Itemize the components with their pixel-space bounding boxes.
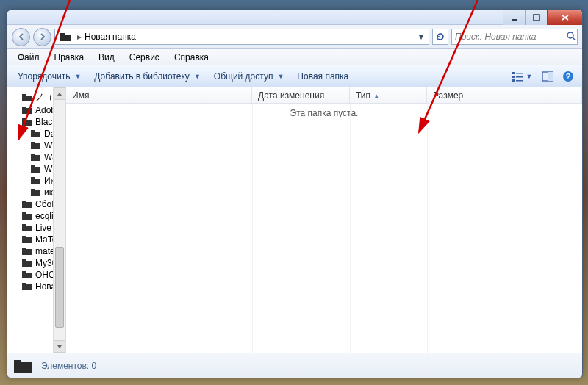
svg-rect-24 bbox=[31, 143, 40, 149]
svg-rect-27 bbox=[31, 154, 35, 156]
titlebar bbox=[7, 10, 582, 25]
svg-rect-47 bbox=[22, 271, 26, 273]
maximize-button[interactable] bbox=[525, 10, 547, 25]
chevron-down-icon: ▼ bbox=[526, 73, 533, 80]
chevron-down-icon: ▼ bbox=[74, 73, 81, 80]
list-pane: Имя Дата изменения Тип▴ Размер Эта папка… bbox=[66, 87, 582, 353]
svg-rect-0 bbox=[512, 19, 517, 21]
menu-edit[interactable]: Правка bbox=[49, 51, 90, 64]
svg-rect-48 bbox=[22, 284, 32, 290]
col-type[interactable]: Тип▴ bbox=[350, 87, 427, 103]
svg-rect-39 bbox=[22, 224, 26, 226]
breadcrumb-current[interactable]: Новая папка bbox=[85, 32, 415, 42]
folder-icon bbox=[22, 270, 32, 279]
help-button[interactable]: ? bbox=[559, 68, 578, 84]
view-mode-button[interactable]: ▼ bbox=[507, 68, 537, 84]
nav-back-button[interactable] bbox=[12, 28, 30, 46]
scroll-down-button[interactable] bbox=[54, 340, 65, 353]
scroll-track[interactable] bbox=[54, 100, 65, 340]
share-button[interactable]: Общий доступ▼ bbox=[208, 69, 290, 84]
col-name[interactable]: Имя bbox=[66, 87, 252, 103]
menu-bar: Файл Правка Вид Сервис Справка bbox=[7, 49, 582, 65]
minimize-button[interactable] bbox=[503, 10, 525, 25]
folder-icon bbox=[31, 176, 41, 185]
svg-rect-34 bbox=[22, 202, 32, 208]
folder-icon bbox=[22, 106, 32, 115]
add-library-button[interactable]: Добавить в библиотеку▼ bbox=[88, 69, 206, 84]
search-box[interactable] bbox=[451, 29, 578, 45]
breadcrumb-separator-icon: ▸ bbox=[77, 32, 82, 42]
svg-rect-17 bbox=[22, 94, 26, 96]
organize-button[interactable]: Упорядочить▼ bbox=[12, 69, 87, 84]
nav-forward-button[interactable] bbox=[33, 28, 51, 46]
scroll-thumb[interactable] bbox=[55, 247, 64, 328]
folder-icon bbox=[60, 32, 71, 42]
status-bar: Элементов: 0 bbox=[7, 353, 582, 378]
menu-file[interactable]: Файл bbox=[12, 51, 46, 64]
col-size-label: Размер bbox=[433, 90, 463, 101]
svg-rect-40 bbox=[22, 237, 32, 243]
svg-rect-45 bbox=[22, 259, 26, 262]
svg-point-4 bbox=[567, 32, 573, 38]
svg-rect-1 bbox=[534, 15, 539, 21]
svg-rect-30 bbox=[31, 179, 40, 184]
organize-label: Упорядочить bbox=[18, 71, 70, 82]
explorer-window: ▸ Новая папка ▾ Файл Правка Вид Сервис С… bbox=[7, 10, 583, 378]
svg-rect-18 bbox=[22, 108, 32, 114]
sidebar-scrollbar[interactable] bbox=[53, 87, 65, 353]
svg-rect-22 bbox=[31, 132, 40, 137]
col-type-label: Тип bbox=[356, 90, 370, 101]
folder-icon bbox=[31, 165, 41, 173]
menu-view[interactable]: Вид bbox=[93, 51, 121, 64]
folder-icon bbox=[22, 235, 32, 244]
svg-rect-21 bbox=[22, 118, 26, 120]
new-folder-label: Новая папка bbox=[297, 71, 348, 82]
refresh-button[interactable] bbox=[432, 29, 448, 45]
preview-pane-button[interactable] bbox=[538, 68, 557, 84]
close-icon bbox=[560, 13, 570, 22]
svg-rect-29 bbox=[31, 165, 35, 168]
scroll-up-button[interactable] bbox=[54, 87, 65, 100]
svg-rect-7 bbox=[516, 73, 523, 74]
chevron-down-icon: ▼ bbox=[277, 73, 284, 80]
folder-icon bbox=[22, 247, 32, 256]
folder-icon bbox=[22, 118, 32, 126]
address-dropdown-button[interactable]: ▾ bbox=[415, 32, 427, 42]
arrow-left-icon bbox=[16, 32, 26, 42]
search-input[interactable] bbox=[455, 32, 566, 42]
col-size[interactable]: Размер bbox=[427, 87, 582, 103]
svg-rect-13 bbox=[548, 72, 553, 81]
view-list-icon bbox=[512, 71, 525, 82]
svg-rect-43 bbox=[22, 248, 26, 250]
svg-rect-32 bbox=[31, 190, 40, 196]
svg-rect-16 bbox=[22, 96, 32, 101]
svg-rect-6 bbox=[512, 72, 514, 74]
svg-rect-26 bbox=[31, 155, 40, 161]
search-icon bbox=[566, 31, 576, 43]
svg-line-5 bbox=[573, 37, 575, 40]
toolbar: Упорядочить▼ Добавить в библиотеку▼ Общи… bbox=[7, 65, 582, 87]
close-button[interactable] bbox=[547, 10, 582, 25]
svg-rect-28 bbox=[31, 167, 40, 173]
svg-rect-8 bbox=[512, 76, 514, 78]
col-name-label: Имя bbox=[72, 90, 89, 101]
svg-rect-33 bbox=[31, 189, 35, 191]
triangle-up-icon bbox=[57, 91, 62, 97]
svg-rect-49 bbox=[22, 283, 26, 285]
sidebar-item-label: mate bbox=[35, 246, 55, 256]
svg-rect-46 bbox=[22, 273, 32, 278]
col-date[interactable]: Дата изменения bbox=[252, 87, 350, 103]
list-content[interactable]: Эта папка пуста. bbox=[66, 104, 582, 353]
menu-service[interactable]: Сервис bbox=[123, 51, 165, 64]
svg-rect-3 bbox=[60, 33, 65, 35]
svg-rect-31 bbox=[31, 177, 35, 179]
sort-asc-icon: ▴ bbox=[375, 92, 379, 99]
menu-help[interactable]: Справка bbox=[168, 51, 215, 64]
folder-icon bbox=[31, 188, 41, 197]
svg-rect-11 bbox=[516, 80, 523, 82]
folder-icon bbox=[22, 259, 32, 267]
address-bar[interactable]: ▸ Новая папка ▾ bbox=[54, 29, 429, 45]
folder-icon bbox=[22, 282, 32, 291]
svg-rect-37 bbox=[22, 212, 26, 215]
new-folder-button[interactable]: Новая папка bbox=[291, 69, 354, 84]
